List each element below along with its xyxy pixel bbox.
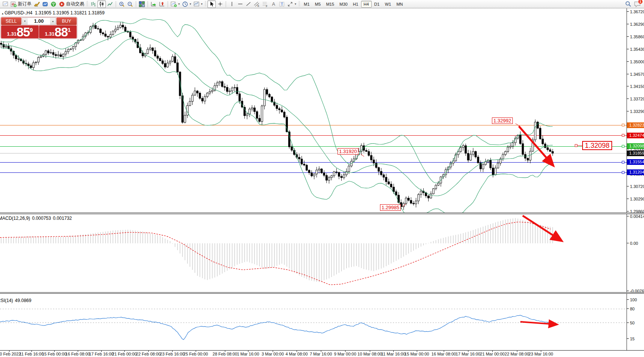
- buy-button[interactable]: BUY: [57, 17, 77, 25]
- auto-scroll-button[interactable]: [149, 0, 158, 8]
- window-menu-icon[interactable]: ▴: [2, 12, 3, 15]
- trend-arrow-2[interactable]: [523, 216, 561, 241]
- cleanup-button[interactable]: [33, 0, 41, 8]
- toolbar-grip[interactable]: [298, 1, 300, 7]
- market-button[interactable]: [41, 0, 49, 8]
- periods-dropdown[interactable]: ▾: [181, 0, 192, 8]
- volume-down-button[interactable]: ▼: [22, 18, 28, 25]
- text-label-icon: T: [279, 1, 285, 7]
- timeframe-m15[interactable]: M15: [324, 1, 337, 8]
- ohlc-low: 1.31821: [71, 10, 87, 16]
- toolbar-grip[interactable]: [205, 1, 206, 7]
- price-tick: 1.36720: [627, 9, 644, 14]
- one-click-trading-panel: SELL ▼ 1.00 ▲ BUY 1.31859 1.31881: [1, 17, 77, 39]
- macd-panel-splitter[interactable]: [0, 213, 644, 214]
- time-axis[interactable]: 10 Feb 202211 Feb 16:0015 Feb 00:0016 Fe…: [0, 350, 644, 357]
- bollinger-lower[interactable]: [1, 39, 553, 219]
- signals-icon: [50, 1, 57, 7]
- chart-canvas[interactable]: [0, 0, 644, 357]
- zoom-out-button[interactable]: [126, 0, 134, 8]
- sell-price[interactable]: 1.31859: [1, 25, 39, 38]
- chevron-down-icon: ▾: [201, 2, 203, 6]
- volume-up-button[interactable]: ▲: [50, 18, 56, 25]
- auto-scroll-icon: [151, 1, 157, 7]
- timeframe-h4[interactable]: H4: [361, 1, 372, 8]
- auto-trading-button[interactable]: 自动交易: [58, 0, 85, 8]
- candle-chart-mode-button[interactable]: [97, 0, 106, 8]
- time-label: 22 Mar 08:00: [505, 352, 529, 356]
- line-handle[interactable]: [622, 161, 624, 163]
- new-order-button[interactable]: 新订单: [9, 0, 33, 8]
- buy-price[interactable]: 1.31881: [39, 25, 77, 38]
- volume-value[interactable]: 1.00: [28, 18, 50, 25]
- sell-button[interactable]: SELL: [1, 17, 21, 25]
- rsi-panel-splitter[interactable]: [0, 292, 644, 294]
- time-label: 10 Mar 08:00: [358, 352, 382, 356]
- candles: [0, 22, 554, 210]
- tile-windows-button[interactable]: [138, 0, 146, 8]
- vertical-line-tool[interactable]: [228, 0, 236, 8]
- chart-window-icon[interactable]: [1, 0, 9, 8]
- trendline-icon: [246, 1, 251, 7]
- time-label: 9 Mar 00:00: [334, 352, 357, 356]
- price-axis[interactable]: 1.367201.362901.358601.354301.350001.345…: [627, 8, 644, 350]
- chart-shift-icon: [159, 1, 165, 7]
- ohlc-close: 1.31859: [88, 10, 104, 16]
- toolbar-grip[interactable]: [86, 1, 88, 7]
- channel-icon: E: [254, 1, 260, 7]
- price-callout-1.31920[interactable]: 1.31920: [338, 148, 358, 155]
- tile-windows-icon: [139, 1, 145, 7]
- equidistant-channel-tool[interactable]: E: [253, 0, 261, 8]
- mt4-window: 新订单 自动交易: [0, 0, 644, 357]
- new-chart-dropdown[interactable]: ▾: [170, 0, 181, 8]
- horizontal-line-tool[interactable]: [236, 0, 244, 8]
- chart-shift-button[interactable]: [158, 0, 166, 8]
- arrows-dropdown[interactable]: ▾: [286, 0, 297, 8]
- signals-button[interactable]: [49, 0, 58, 8]
- timeframe-w1[interactable]: W1: [382, 1, 394, 8]
- callout-connector: [361, 154, 364, 157]
- crosshair-tool-button[interactable]: [216, 0, 224, 8]
- timeframe-m1[interactable]: M1: [301, 1, 312, 8]
- time-label: 11 Feb 16:00: [19, 352, 44, 356]
- timeframe-mn[interactable]: MN: [394, 1, 405, 8]
- price-callout-1.29985[interactable]: 1.29985: [380, 204, 401, 211]
- macd-signal-line[interactable]: [0, 222, 551, 285]
- time-label: 11 Mar 16:00: [381, 352, 405, 356]
- sell-price-big: 85: [17, 27, 30, 38]
- arrows-icon: [287, 1, 293, 7]
- price-callout-1.32992[interactable]: 1.32992: [492, 117, 513, 124]
- line-handle[interactable]: [622, 171, 624, 174]
- timeframe-m30[interactable]: M30: [337, 1, 350, 8]
- bollinger-middle[interactable]: [1, 31, 553, 196]
- cursor-tool-button[interactable]: [207, 0, 216, 8]
- trendline-tool[interactable]: [244, 0, 253, 8]
- line-handle[interactable]: [622, 134, 624, 136]
- time-label: 22 Feb 08:00: [136, 352, 161, 356]
- timeframe-d1[interactable]: D1: [372, 1, 382, 8]
- fibonacci-tool[interactable]: F: [261, 0, 269, 8]
- search-icon[interactable]: [625, 1, 631, 7]
- callout-handle[interactable]: [575, 144, 577, 147]
- buy-price-sup: 1: [68, 27, 71, 33]
- cursor-icon: [209, 1, 215, 7]
- text-tool[interactable]: A: [269, 0, 278, 8]
- time-label: 21 Mar 00:00: [480, 352, 505, 356]
- time-label: 15 Feb 00:00: [42, 352, 67, 356]
- buy-price-big: 88: [55, 27, 68, 38]
- line-chart-mode-button[interactable]: [106, 0, 114, 8]
- zoom-in-button[interactable]: [118, 0, 126, 8]
- svg-text:A: A: [272, 2, 275, 7]
- bar-chart-mode-button[interactable]: [89, 0, 97, 8]
- timeframe-h1[interactable]: H1: [350, 1, 361, 8]
- notifications[interactable]: 1: [634, 1, 641, 8]
- text-label-tool[interactable]: T: [278, 0, 286, 8]
- rsi-line[interactable]: [0, 315, 552, 340]
- macd-histogram: [1, 218, 553, 282]
- timeframe-m5[interactable]: M5: [312, 1, 323, 8]
- line-handle[interactable]: [622, 145, 624, 147]
- price-callout-1.32098[interactable]: 1.32098: [582, 141, 612, 150]
- templates-dropdown[interactable]: ▾: [192, 0, 204, 8]
- line-chart-icon: [107, 1, 113, 7]
- line-handle[interactable]: [622, 124, 624, 126]
